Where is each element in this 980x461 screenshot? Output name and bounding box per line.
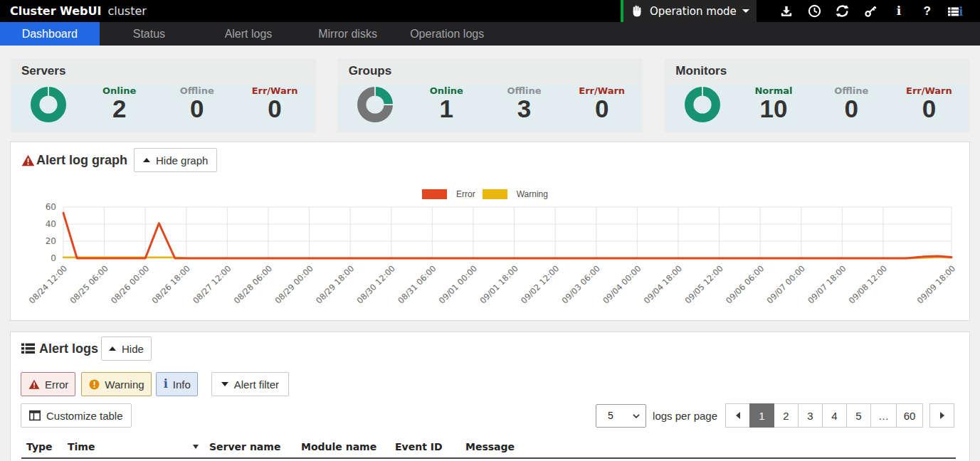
collapse-icon: [109, 346, 116, 351]
columns-icon: [29, 410, 41, 421]
license-key-icon[interactable]: [857, 0, 885, 22]
graph-panel-title: Alert log graph: [36, 153, 127, 168]
customize-table-button[interactable]: Customize table: [21, 403, 132, 428]
page-button-60[interactable]: 60: [896, 403, 923, 428]
svg-text:09/03 06:00: 09/03 06:00: [560, 263, 602, 305]
operation-mode-dropdown[interactable]: Operation mode: [621, 0, 757, 22]
stat-online: Online 1: [408, 85, 485, 121]
alert-log-graph-panel: Alert log graph Hide graph Error Warning…: [10, 142, 970, 321]
info-i-icon: i: [164, 378, 168, 390]
stat-errwarn: Err/Warn 0: [236, 85, 313, 121]
error-swatch: [422, 189, 447, 199]
logs-panel-title: Alert logs: [39, 341, 98, 356]
sort-desc-icon: [193, 445, 199, 449]
column-server-name[interactable]: Server name: [204, 441, 296, 452]
per-page-label: logs per page: [653, 410, 717, 422]
filter-error-button[interactable]: Error: [21, 372, 75, 396]
svg-text:09/02 12:00: 09/02 12:00: [519, 263, 561, 305]
next-page-button[interactable]: [929, 403, 954, 428]
tab-alert-logs[interactable]: Alert logs: [199, 22, 298, 46]
stat-errwarn: Err/Warn 0: [563, 85, 641, 121]
actions-row: Customize table 5 logs per page 1 2 3 4 …: [21, 403, 954, 428]
hide-graph-button[interactable]: Hide graph: [134, 148, 217, 172]
svg-text:09/01 00:00: 09/01 00:00: [437, 263, 479, 305]
svg-text:09/09 18:00: 09/09 18:00: [915, 263, 957, 305]
page-ellipsis[interactable]: …: [870, 403, 897, 428]
svg-text:08/27 12:00: 08/27 12:00: [191, 263, 233, 305]
prev-page-button[interactable]: [725, 403, 750, 428]
page-button-5[interactable]: 5: [846, 403, 871, 428]
arrow-left-icon: [736, 412, 740, 419]
svg-text:09/07 18:00: 09/07 18:00: [806, 263, 848, 305]
card-title: Groups: [349, 64, 643, 78]
stat-online: Online 2: [80, 85, 158, 121]
svg-text:08/24 12:00: 08/24 12:00: [27, 263, 69, 305]
cluster-log-info-icon[interactable]: i: [941, 0, 969, 22]
page-button-2[interactable]: 2: [774, 403, 799, 428]
card-groups: Groups Online 1 Offline 3 Err/Warn 0: [337, 58, 643, 132]
hand-icon: [631, 4, 644, 18]
download-icon[interactable]: [772, 0, 801, 22]
tab-operation-logs[interactable]: Operation logs: [397, 22, 497, 46]
cluster-name: cluster: [107, 4, 146, 18]
svg-text:08/26 00:00: 08/26 00:00: [109, 263, 151, 305]
stat-offline: Offline 0: [813, 85, 890, 121]
chart-legend: Error Warning: [11, 189, 969, 200]
chevron-down-icon: [742, 9, 749, 13]
legend-error: Error: [422, 189, 475, 199]
svg-text:0: 0: [51, 253, 56, 263]
filter-info-button[interactable]: i Info: [156, 372, 198, 396]
time-info-icon[interactable]: [800, 0, 828, 22]
svg-text:09/08 12:00: 09/08 12:00: [847, 263, 889, 305]
filter-warning-button[interactable]: Warning: [81, 372, 151, 396]
alert-log-line-chart: 020406008/24 12:0008/25 06:0008/26 00:00…: [11, 201, 969, 322]
column-event-id[interactable]: Event ID: [390, 441, 460, 452]
summary-cards: Servers Online 2 Offline 0 Err/Warn 0 Gr…: [10, 58, 970, 132]
arrow-right-icon: [940, 412, 944, 419]
page-button-3[interactable]: 3: [798, 403, 823, 428]
tab-mirror-disks[interactable]: Mirror disks: [298, 22, 398, 46]
svg-text:08/31 06:00: 08/31 06:00: [396, 263, 438, 305]
card-title: Monitors: [675, 64, 970, 78]
pagination: 5 logs per page 1 2 3 4 5 … 60: [596, 403, 954, 428]
svg-text:09/04 00:00: 09/04 00:00: [601, 263, 643, 305]
svg-text:09/04 18:00: 09/04 18:00: [642, 263, 684, 305]
column-type[interactable]: Type: [21, 441, 63, 452]
tab-dashboard[interactable]: Dashboard: [0, 22, 100, 46]
alert-logs-panel: Alert logs Hide Error: [10, 332, 970, 461]
svg-text:09/05 12:00: 09/05 12:00: [683, 263, 725, 305]
page-size-select[interactable]: 5: [596, 404, 646, 428]
alert-logs-table-header: Type Time Server name Module name Event …: [21, 441, 956, 459]
svg-text:08/26 18:00: 08/26 18:00: [150, 263, 192, 305]
tab-status[interactable]: Status: [100, 22, 199, 46]
column-module-name[interactable]: Module name: [296, 441, 390, 452]
alert-filter-button[interactable]: Alert filter: [211, 372, 289, 396]
page: Cluster WebUI cluster Operation mode: [0, 0, 980, 461]
help-icon[interactable]: ?: [913, 0, 942, 22]
reload-icon[interactable]: [828, 0, 857, 22]
card-title: Servers: [21, 64, 316, 78]
stat-offline: Offline 3: [485, 85, 563, 121]
svg-text:09/07 00:00: 09/07 00:00: [765, 263, 807, 305]
topbar-icons: i ? i: [772, 0, 969, 22]
stat-normal: Normal 10: [734, 85, 812, 121]
svg-text:08/30 12:00: 08/30 12:00: [355, 263, 397, 305]
warning-circle-icon: [89, 379, 100, 390]
page-button-4[interactable]: 4: [822, 403, 847, 428]
servers-donut-chart: [12, 84, 80, 122]
app-title: Cluster WebUI: [10, 4, 101, 18]
groups-donut-chart: [339, 84, 408, 122]
warning-swatch: [483, 189, 507, 199]
list-icon: [21, 343, 35, 354]
monitors-donut-chart: [666, 84, 734, 122]
filter-row: Error Warning i Info Alert filter: [21, 372, 959, 396]
svg-text:08/28 06:00: 08/28 06:00: [232, 263, 274, 305]
info-icon[interactable]: i: [885, 0, 913, 22]
svg-text:i: i: [959, 5, 963, 18]
svg-text:08/25 06:00: 08/25 06:00: [68, 263, 110, 305]
column-message[interactable]: Message: [460, 441, 956, 452]
column-time[interactable]: Time: [63, 441, 204, 452]
hide-logs-button[interactable]: Hide: [101, 337, 152, 361]
card-monitors: Monitors Normal 10 Offline 0 Err/Warn 0: [664, 58, 970, 132]
page-button-1[interactable]: 1: [749, 403, 774, 428]
